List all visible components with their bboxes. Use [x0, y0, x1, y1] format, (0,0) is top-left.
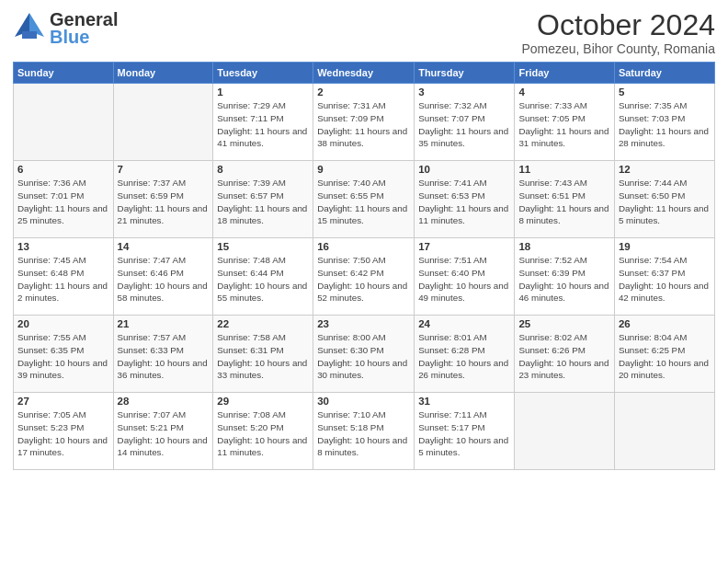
sunset-text: Sunset: 6:42 PM [317, 268, 383, 278]
svg-rect-3 [22, 31, 37, 39]
sunrise-text: Sunrise: 7:32 AM [418, 100, 487, 110]
daylight-text: Daylight: 11 hours and 21 minutes. [118, 203, 208, 226]
sunset-text: Sunset: 6:59 PM [118, 190, 184, 201]
sunset-text: Sunset: 7:01 PM [17, 190, 84, 201]
sunrise-text: Sunrise: 7:39 AM [217, 178, 286, 188]
day-number: 25 [518, 318, 609, 329]
day-number: 19 [619, 241, 711, 252]
day-info: Sunrise: 7:54 AMSunset: 6:37 PMDaylight:… [619, 254, 711, 304]
daylight-text: Daylight: 10 hours and 14 minutes. [118, 435, 208, 458]
day-info: Sunrise: 7:40 AMSunset: 6:55 PMDaylight:… [317, 177, 410, 227]
day-info: Sunrise: 7:47 AMSunset: 6:46 PMDaylight:… [118, 254, 210, 304]
daylight-text: Daylight: 10 hours and 26 minutes. [418, 358, 508, 381]
calendar-page: General Blue October 2024 Pomezeu, Bihor… [0, 0, 728, 563]
sunrise-text: Sunrise: 7:35 AM [619, 100, 688, 110]
daylight-text: Daylight: 10 hours and 39 minutes. [17, 358, 108, 381]
sunrise-text: Sunrise: 7:40 AM [317, 178, 386, 188]
calendar-cell: 1Sunrise: 7:29 AMSunset: 7:11 PMDaylight… [213, 84, 313, 161]
sunrise-text: Sunrise: 7:05 AM [17, 409, 86, 419]
week-row-3: 20Sunrise: 7:55 AMSunset: 6:35 PMDayligh… [14, 316, 715, 393]
calendar-cell: 28Sunrise: 7:07 AMSunset: 5:21 PMDayligh… [113, 393, 213, 470]
sunset-text: Sunset: 6:25 PM [619, 345, 685, 355]
sunset-text: Sunset: 6:31 PM [217, 345, 283, 355]
sunset-text: Sunset: 6:33 PM [118, 345, 184, 355]
day-info: Sunrise: 7:58 AMSunset: 6:31 PMDaylight:… [217, 331, 309, 382]
calendar-cell: 2Sunrise: 7:31 AMSunset: 7:09 PMDaylight… [313, 84, 415, 161]
sunset-text: Sunset: 6:28 PM [418, 345, 484, 355]
sunrise-text: Sunrise: 7:51 AM [418, 255, 487, 265]
sunrise-text: Sunrise: 7:48 AM [217, 255, 286, 265]
day-info: Sunrise: 8:01 AMSunset: 6:28 PMDaylight:… [418, 331, 510, 382]
sunrise-text: Sunrise: 7:58 AM [217, 332, 286, 342]
day-info: Sunrise: 8:04 AMSunset: 6:25 PMDaylight:… [619, 331, 711, 382]
calendar-cell: 18Sunrise: 7:52 AMSunset: 6:39 PMDayligh… [515, 238, 614, 316]
sunset-text: Sunset: 6:39 PM [518, 268, 585, 278]
sunset-text: Sunset: 6:48 PM [17, 268, 84, 278]
title-block: October 2024 Pomezeu, Bihor County, Roma… [521, 9, 715, 56]
sunrise-text: Sunrise: 7:50 AM [317, 255, 386, 265]
sunrise-text: Sunrise: 7:45 AM [17, 255, 86, 265]
day-number: 2 [317, 86, 410, 98]
day-number: 10 [418, 164, 510, 175]
calendar-table: SundayMondayTuesdayWednesdayThursdayFrid… [13, 62, 715, 470]
sunset-text: Sunset: 6:50 PM [619, 190, 685, 201]
calendar-cell [614, 393, 714, 470]
daylight-text: Daylight: 11 hours and 38 minutes. [317, 126, 407, 149]
sunrise-text: Sunrise: 7:57 AM [118, 332, 187, 342]
daylight-text: Daylight: 11 hours and 5 minutes. [619, 203, 709, 226]
day-info: Sunrise: 7:11 AMSunset: 5:17 PMDaylight:… [418, 408, 510, 459]
sunset-text: Sunset: 7:07 PM [418, 113, 484, 123]
sunset-text: Sunset: 7:05 PM [518, 113, 585, 123]
calendar-cell: 26Sunrise: 8:04 AMSunset: 6:25 PMDayligh… [614, 316, 714, 393]
daylight-text: Daylight: 10 hours and 11 minutes. [217, 435, 307, 458]
logo-blue: Blue [50, 28, 118, 46]
day-info: Sunrise: 7:52 AMSunset: 6:39 PMDaylight:… [518, 254, 609, 304]
calendar-cell: 15Sunrise: 7:48 AMSunset: 6:44 PMDayligh… [213, 238, 313, 316]
week-row-4: 27Sunrise: 7:05 AMSunset: 5:23 PMDayligh… [14, 393, 715, 470]
weekday-header-tuesday: Tuesday [213, 63, 313, 84]
daylight-text: Daylight: 10 hours and 20 minutes. [619, 358, 709, 381]
calendar-cell: 23Sunrise: 8:00 AMSunset: 6:30 PMDayligh… [313, 316, 415, 393]
sunrise-text: Sunrise: 7:52 AM [518, 255, 587, 265]
sunrise-text: Sunrise: 7:33 AM [518, 100, 587, 110]
daylight-text: Daylight: 10 hours and 17 minutes. [17, 435, 108, 458]
day-number: 20 [17, 318, 109, 329]
day-number: 23 [317, 318, 410, 329]
sunset-text: Sunset: 6:44 PM [217, 268, 283, 278]
sunrise-text: Sunrise: 7:10 AM [317, 409, 386, 419]
weekday-header-wednesday: Wednesday [313, 63, 415, 84]
sunset-text: Sunset: 6:46 PM [118, 268, 184, 278]
day-number: 4 [518, 86, 609, 98]
sunrise-text: Sunrise: 8:00 AM [317, 332, 386, 342]
day-number: 24 [418, 318, 510, 329]
logo: General Blue [13, 9, 118, 46]
sunrise-text: Sunrise: 7:37 AM [118, 178, 187, 188]
calendar-cell: 20Sunrise: 7:55 AMSunset: 6:35 PMDayligh… [14, 316, 114, 393]
day-number: 1 [217, 86, 309, 98]
daylight-text: Daylight: 10 hours and 42 minutes. [619, 281, 709, 304]
daylight-text: Daylight: 11 hours and 8 minutes. [518, 203, 609, 226]
daylight-text: Daylight: 11 hours and 35 minutes. [418, 126, 508, 149]
weekday-header-sunday: Sunday [14, 63, 114, 84]
sunset-text: Sunset: 7:11 PM [217, 113, 283, 123]
sunset-text: Sunset: 7:09 PM [317, 113, 383, 123]
calendar-cell: 11Sunrise: 7:43 AMSunset: 6:51 PMDayligh… [515, 161, 614, 238]
daylight-text: Daylight: 11 hours and 41 minutes. [217, 126, 307, 149]
day-info: Sunrise: 7:31 AMSunset: 7:09 PMDaylight:… [317, 99, 410, 150]
sunset-text: Sunset: 5:17 PM [418, 422, 484, 432]
week-row-2: 13Sunrise: 7:45 AMSunset: 6:48 PMDayligh… [14, 238, 715, 316]
sunset-text: Sunset: 6:53 PM [418, 190, 484, 201]
day-info: Sunrise: 7:41 AMSunset: 6:53 PMDaylight:… [418, 177, 510, 227]
day-number: 9 [317, 164, 410, 175]
daylight-text: Daylight: 10 hours and 49 minutes. [418, 281, 508, 304]
calendar-cell: 25Sunrise: 8:02 AMSunset: 6:26 PMDayligh… [515, 316, 614, 393]
day-number: 22 [217, 318, 309, 329]
day-info: Sunrise: 7:43 AMSunset: 6:51 PMDaylight:… [518, 177, 609, 227]
sunset-text: Sunset: 7:03 PM [619, 113, 685, 123]
daylight-text: Daylight: 11 hours and 11 minutes. [418, 203, 508, 226]
calendar-cell: 13Sunrise: 7:45 AMSunset: 6:48 PMDayligh… [14, 238, 114, 316]
calendar-cell: 6Sunrise: 7:36 AMSunset: 7:01 PMDaylight… [14, 161, 114, 238]
daylight-text: Daylight: 11 hours and 15 minutes. [317, 203, 407, 226]
calendar-cell: 14Sunrise: 7:47 AMSunset: 6:46 PMDayligh… [113, 238, 213, 316]
day-info: Sunrise: 7:51 AMSunset: 6:40 PMDaylight:… [418, 254, 510, 304]
